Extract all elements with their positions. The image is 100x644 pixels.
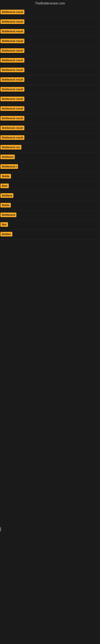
result-row[interactable]: Bottleneck result (0, 46, 100, 56)
bottleneck-badge[interactable]: Bottle (0, 203, 11, 208)
result-row[interactable]: Bottleneck r (0, 162, 100, 172)
bottleneck-badge[interactable]: Bottleneck r (0, 164, 18, 169)
result-row[interactable]: Bottleneck result (0, 133, 100, 143)
bottleneck-badge[interactable]: Bottleneck result (0, 116, 24, 120)
bottleneck-badge[interactable]: Bottlenec (0, 154, 15, 159)
bottleneck-badge[interactable]: Bottleneck res (0, 145, 21, 150)
result-row[interactable]: Bottleneck result (0, 104, 100, 114)
result-row[interactable]: Bottleneck result (0, 94, 100, 104)
result-row[interactable]: Bot (0, 220, 100, 230)
bottleneck-badge[interactable]: Bottleneck result (0, 58, 24, 62)
result-row[interactable]: Bottle (0, 201, 100, 210)
bottleneck-badge[interactable]: Bottle (0, 174, 11, 178)
results-container: Bottleneck resultBottleneck resultBottle… (0, 8, 100, 240)
bottleneck-badge[interactable]: Bott (0, 184, 9, 188)
bottleneck-badge[interactable]: Bottleneck result (0, 77, 24, 82)
result-row[interactable]: Bottlenec (0, 152, 100, 162)
result-row[interactable]: Bottleneck res (0, 143, 100, 152)
bottleneck-badge[interactable]: Bottleneck result (0, 106, 24, 111)
result-row[interactable]: Bottleneck result (0, 75, 100, 85)
result-row[interactable]: Bottleneck result (0, 8, 100, 17)
site-title: TheBottlenecker.com (0, 0, 100, 8)
result-row[interactable]: Bottleneck result (0, 17, 100, 27)
result-row[interactable]: Bottleneck result (0, 85, 100, 94)
result-row[interactable]: Bottleneck result (0, 37, 100, 46)
result-row[interactable]: Bottleneck result (0, 56, 100, 66)
bottleneck-badge[interactable]: Bottleneck result (0, 96, 24, 101)
bottleneck-badge[interactable]: Bottleneck result (0, 39, 24, 43)
bottleneck-badge[interactable]: Bottlen (0, 232, 12, 236)
bottleneck-badge[interactable]: Bottlene (0, 193, 13, 198)
result-row[interactable]: Bott (0, 182, 100, 191)
bottleneck-badge[interactable]: Bottleneck result (0, 19, 24, 24)
bottleneck-badge[interactable]: Bottleneck result (0, 135, 24, 140)
result-row[interactable]: Bottleneck result (0, 66, 100, 75)
result-row[interactable]: Bottlen (0, 230, 100, 240)
result-row[interactable]: Bottlene (0, 191, 100, 201)
result-row[interactable]: Bottleneck (0, 210, 100, 220)
bottleneck-badge[interactable]: Bot (0, 222, 8, 227)
bottleneck-badge[interactable]: Bottleneck result (0, 29, 24, 34)
result-row[interactable]: Bottleneck result (0, 124, 100, 133)
cursor (0, 527, 1, 531)
bottleneck-badge[interactable]: Bottleneck result (0, 126, 24, 130)
result-row[interactable]: Bottleneck result (0, 27, 100, 37)
bottleneck-badge[interactable]: Bottleneck result (0, 48, 24, 53)
result-row[interactable]: Bottleneck result (0, 114, 100, 124)
bottleneck-badge[interactable]: Bottleneck result (0, 68, 24, 72)
result-row[interactable]: Bottle (0, 172, 100, 182)
bottleneck-badge[interactable]: Bottleneck (0, 212, 16, 217)
bottleneck-badge[interactable]: Bottleneck result (0, 87, 24, 92)
bottleneck-badge[interactable]: Bottleneck result (0, 10, 24, 14)
